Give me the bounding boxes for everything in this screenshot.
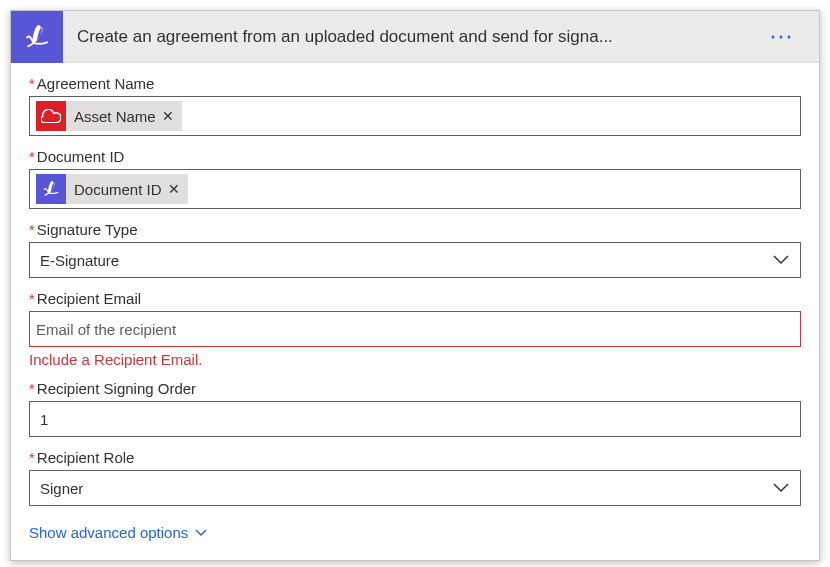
select-value: E-Signature xyxy=(40,252,119,269)
svg-point-2 xyxy=(788,35,791,38)
chevron-down-icon xyxy=(772,482,790,494)
input-agreement-name[interactable]: Asset Name ✕ xyxy=(29,96,801,136)
label-document-id: *Document ID xyxy=(29,148,801,165)
field-recipient-email: *Recipient Email Email of the recipient … xyxy=(29,290,801,368)
placeholder-text: Email of the recipient xyxy=(36,321,176,338)
field-signing-order: *Recipient Signing Order xyxy=(29,380,801,437)
token-document-id[interactable]: Document ID ✕ xyxy=(36,174,188,204)
label-recipient-email: *Recipient Email xyxy=(29,290,801,307)
input-signing-order[interactable] xyxy=(29,401,801,437)
token-asset-name[interactable]: Asset Name ✕ xyxy=(36,101,182,131)
adobe-sign-token-icon xyxy=(36,174,66,204)
select-value: Signer xyxy=(40,480,83,497)
card-body: *Agreement Name Asset Name ✕ *Document I… xyxy=(11,63,819,560)
label-signing-order: *Recipient Signing Order xyxy=(29,380,801,397)
token-label: Document ID xyxy=(74,181,162,198)
field-document-id: *Document ID Document ID ✕ xyxy=(29,148,801,209)
field-agreement-name: *Agreement Name Asset Name ✕ xyxy=(29,75,801,136)
svg-point-1 xyxy=(780,35,783,38)
more-menu-button[interactable] xyxy=(769,33,819,41)
select-recipient-role[interactable]: Signer xyxy=(29,470,801,506)
error-recipient-email: Include a Recipient Email. xyxy=(29,351,801,368)
link-text: Show advanced options xyxy=(29,524,188,541)
label-agreement-name: *Agreement Name xyxy=(29,75,801,92)
card-header: Create an agreement from an uploaded doc… xyxy=(11,11,819,63)
input-recipient-email[interactable]: Email of the recipient xyxy=(29,311,801,347)
token-label: Asset Name xyxy=(74,108,156,125)
show-advanced-options-link[interactable]: Show advanced options xyxy=(29,524,208,541)
chevron-down-icon xyxy=(194,528,208,538)
token-remove-button[interactable]: ✕ xyxy=(162,108,174,124)
adobe-sign-icon xyxy=(11,11,63,63)
field-recipient-role: *Recipient Role Signer xyxy=(29,449,801,506)
action-card: Create an agreement from an uploaded doc… xyxy=(10,10,820,561)
creative-cloud-icon xyxy=(36,101,66,131)
field-signature-type: *Signature Type E-Signature xyxy=(29,221,801,278)
card-title: Create an agreement from an uploaded doc… xyxy=(63,27,769,47)
token-remove-button[interactable]: ✕ xyxy=(168,181,180,197)
select-signature-type[interactable]: E-Signature xyxy=(29,242,801,278)
svg-point-0 xyxy=(772,35,775,38)
label-recipient-role: *Recipient Role xyxy=(29,449,801,466)
chevron-down-icon xyxy=(772,254,790,266)
label-signature-type: *Signature Type xyxy=(29,221,801,238)
input-document-id[interactable]: Document ID ✕ xyxy=(29,169,801,209)
